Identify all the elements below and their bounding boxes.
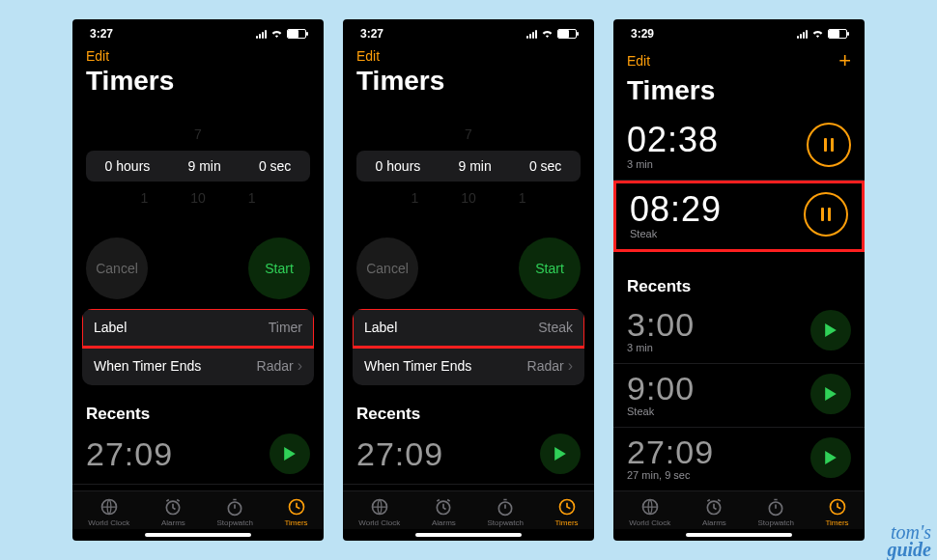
tab-timers[interactable]: Timers (284, 497, 307, 527)
signal-icon (797, 30, 808, 39)
pause-button[interactable] (804, 192, 848, 237)
play-button[interactable] (810, 374, 851, 414)
active-timer-row[interactable]: 08:29 Steak (613, 181, 865, 252)
battery-icon (287, 29, 306, 39)
signal-icon (256, 30, 267, 39)
cancel-button[interactable]: Cancel (86, 238, 148, 299)
watermark: tom'sguide (887, 523, 931, 558)
play-button[interactable] (540, 434, 581, 474)
battery-icon (828, 29, 847, 39)
clock: 3:29 (631, 27, 654, 41)
start-button[interactable]: Start (248, 238, 310, 299)
label-row[interactable]: Label Steak (353, 309, 584, 347)
when-ends-row[interactable]: When Timer Ends Radar› (82, 347, 314, 385)
clock: 3:27 (90, 27, 113, 41)
tab-stopwatch[interactable]: Stopwatch (757, 497, 793, 527)
phone-screen-1: 3:27 Edit Timers 1 78 10 1 0 hours 9 min… (72, 19, 324, 541)
edit-button[interactable]: Edit (356, 48, 380, 64)
home-indicator[interactable] (415, 533, 522, 537)
tab-stopwatch[interactable]: Stopwatch (487, 497, 523, 527)
chevron-right-icon: › (298, 357, 302, 375)
wifi-icon (811, 28, 824, 40)
picker-selection: 0 hours 9 min 0 sec (86, 151, 310, 182)
tab-stopwatch[interactable]: Stopwatch (216, 497, 252, 527)
status-bar: 3:27 (72, 19, 324, 42)
phone-screen-2: 3:27 Edit Timers 1 78 10 1 0 hours 9 min… (343, 19, 594, 541)
tab-alarms[interactable]: Alarms (702, 497, 726, 527)
signal-icon (526, 30, 537, 39)
add-button[interactable]: + (838, 48, 851, 73)
status-icons (256, 28, 306, 40)
battery-icon (557, 29, 577, 39)
recent-row: 3:003 min (613, 300, 865, 364)
home-indicator[interactable] (686, 533, 792, 537)
active-timer-row[interactable]: 02:38 3 min (613, 114, 865, 181)
edit-button[interactable]: Edit (627, 53, 650, 69)
edit-button[interactable]: Edit (86, 48, 109, 64)
tab-alarms[interactable]: Alarms (432, 497, 456, 527)
tab-alarms[interactable]: Alarms (161, 497, 185, 527)
time-picker[interactable]: 1 78 10 1 0 hours 9 min 0 sec (72, 108, 324, 224)
tab-timers[interactable]: Timers (825, 497, 848, 527)
recent-row: 27:0927 min, 9 sec (613, 428, 865, 490)
time-picker[interactable]: 1 78 10 1 0 hours 9 min 0 sec (343, 108, 594, 224)
chevron-right-icon: › (568, 357, 573, 375)
play-button[interactable] (810, 310, 851, 350)
tab-world-clock[interactable]: World Clock (358, 497, 400, 527)
tab-world-clock[interactable]: World Clock (88, 497, 129, 527)
wifi-icon (541, 28, 554, 40)
wifi-icon (270, 28, 283, 40)
play-button[interactable] (270, 434, 310, 474)
settings-card: Label Timer When Timer Ends Radar› (82, 309, 314, 385)
recent-row: 9:00Steak (613, 364, 865, 428)
recents-heading: Recents (72, 385, 324, 428)
page-title: Timers (343, 64, 594, 104)
pause-button[interactable] (807, 123, 851, 167)
status-icons (526, 28, 577, 40)
play-button[interactable] (810, 437, 851, 478)
clock: 3:27 (360, 27, 383, 41)
page-title: Timers (613, 73, 865, 114)
tab-world-clock[interactable]: World Clock (629, 497, 670, 527)
start-button[interactable]: Start (519, 238, 581, 299)
page-title: Timers (72, 64, 324, 104)
when-ends-row[interactable]: When Timer Ends Radar› (353, 347, 584, 385)
home-indicator[interactable] (145, 533, 251, 537)
recent-row: 27:09 (72, 428, 324, 485)
cancel-button[interactable]: Cancel (356, 238, 418, 299)
tab-bar: World Clock Alarms Stopwatch Timers (72, 490, 324, 529)
nav-row: Edit (72, 42, 324, 64)
tab-timers[interactable]: Timers (554, 497, 578, 527)
phone-screen-3: 3:29 Edit + Timers 02:38 3 min 08:29 Ste… (613, 19, 865, 541)
label-row[interactable]: Label Timer (82, 309, 314, 347)
status-bar: 3:27 (343, 19, 594, 42)
